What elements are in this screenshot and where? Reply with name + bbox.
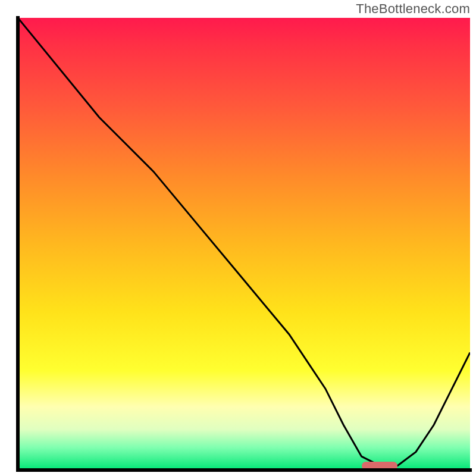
y-axis (16, 16, 20, 472)
x-axis (16, 468, 472, 472)
watermark-text: TheBottleneck.com (356, 1, 470, 17)
curve-path (18, 18, 470, 465)
chart-container: TheBottleneck.com (0, 0, 476, 476)
plot-area (18, 18, 470, 470)
bottleneck-curve (18, 18, 470, 470)
